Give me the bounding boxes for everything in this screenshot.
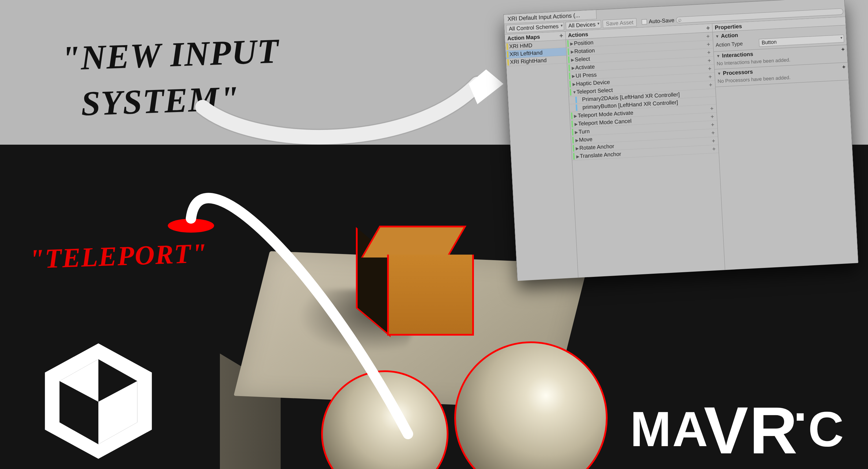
teleport-arc: [153, 156, 472, 469]
action-maps-list: XRI HMDXRI LeftHandXRI RightHand: [505, 40, 578, 281]
add-binding-button[interactable]: +: [706, 57, 712, 64]
expand-icon: ▶: [576, 154, 580, 159]
actions-header-label: Actions: [568, 31, 589, 39]
add-binding-button[interactable]: +: [707, 65, 713, 72]
expand-icon: ▶: [570, 49, 575, 54]
panel-columns: Action Maps + XRI HMDXRI LeftHandXRI Rig…: [505, 17, 858, 281]
actions-column: Actions + ▶Position+▶Rotation+▶Select+▶A…: [565, 24, 725, 278]
expand-icon: ▶: [575, 146, 580, 151]
action-maps-header-label: Action Maps: [507, 34, 540, 42]
checkbox-icon: [642, 19, 647, 25]
input-actions-panel: XRI Default Input Actions (... All Contr…: [503, 0, 859, 280]
stage: "NEW INPUT SYSTEM" "TELEPORT" "GRAB" MAV…: [0, 0, 868, 469]
arrow-to-panel: [194, 18, 512, 162]
mavric-logo: MAVR·C: [630, 401, 845, 458]
add-processor-button[interactable]: +: [842, 64, 845, 70]
properties-column: Properties ▼ Action Action Type Button: [712, 17, 858, 270]
svg-marker-0: [469, 69, 503, 104]
add-binding-button[interactable]: +: [705, 33, 711, 40]
add-binding-button[interactable]: +: [710, 121, 716, 128]
devices-dropdown[interactable]: All Devices: [566, 20, 601, 30]
add-binding-button[interactable]: +: [707, 73, 713, 80]
properties-action-label: Action: [721, 32, 738, 39]
add-binding-button[interactable]: +: [711, 146, 717, 153]
add-binding-button[interactable]: +: [709, 105, 715, 112]
add-binding-button[interactable]: +: [711, 137, 717, 145]
expand-icon: ▶: [574, 122, 578, 126]
properties-interactions-label: Interactions: [722, 51, 753, 59]
expand-icon: ▶: [572, 82, 576, 87]
save-asset-button[interactable]: Save Asset: [603, 18, 637, 28]
add-binding-button[interactable]: +: [705, 41, 711, 48]
expand-icon: ▶: [571, 65, 576, 70]
auto-save-checkbox[interactable]: Auto-Save: [642, 17, 675, 25]
add-binding-button[interactable]: +: [709, 113, 715, 120]
add-binding-button[interactable]: +: [710, 129, 716, 136]
expand-icon: ▶: [574, 114, 578, 118]
expand-icon: ▶: [570, 57, 575, 62]
expand-icon: ▼: [572, 90, 577, 95]
properties-processors-label: Processors: [723, 69, 753, 76]
add-binding-button[interactable]: +: [707, 81, 713, 88]
control-schemes-dropdown[interactable]: All Control Schemes: [506, 22, 564, 33]
expand-icon: ▶: [575, 137, 579, 142]
action-type-label: Action Type: [715, 40, 756, 48]
auto-save-label: Auto-Save: [649, 17, 675, 25]
unity-logo-icon: [38, 339, 159, 460]
add-action-button[interactable]: +: [706, 26, 710, 31]
properties-header-label: Properties: [715, 23, 742, 31]
add-interaction-button[interactable]: +: [841, 46, 844, 53]
actions-list: ▶Position+▶Rotation+▶Select+▶Activate+▶U…: [566, 32, 725, 278]
expand-icon: ▶: [570, 41, 574, 46]
add-action-map-button[interactable]: +: [559, 33, 563, 38]
expand-icon: ▶: [574, 129, 579, 134]
expand-icon: [578, 99, 582, 100]
add-binding-button[interactable]: +: [706, 49, 712, 56]
expand-icon: ▶: [571, 73, 576, 79]
